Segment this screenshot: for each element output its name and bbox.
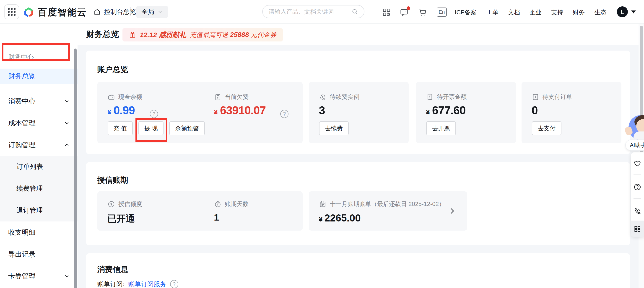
chevron-up-icon [64, 142, 70, 148]
credit-bill-card[interactable]: 十一月账期账单（最后还款日 2025-12-02） ¥ 2265.00 [309, 191, 467, 231]
wallet-icon [108, 93, 115, 101]
page: 百度智能云 控制台总览 全局 [0, 0, 644, 288]
nav-support[interactable]: 支持 [551, 8, 563, 16]
gift-icon [129, 31, 136, 38]
ai-assistant[interactable]: AI助手 [625, 113, 644, 151]
help-button[interactable] [631, 181, 644, 193]
console-overview-link[interactable]: 控制台总览 [94, 7, 136, 16]
language-icon: En [439, 9, 445, 15]
phone-icon [634, 207, 641, 215]
sidebar-scrollbar[interactable] [74, 48, 76, 288]
nav-icp[interactable]: ICP备案 [455, 8, 476, 16]
sidebar-item-consumption-center[interactable]: 消费中心 [0, 90, 78, 112]
search-input[interactable] [268, 8, 351, 15]
sidebar-item-invoice-management[interactable]: 发票管理 [0, 287, 78, 288]
renew-value: 3 [319, 104, 325, 117]
bill-subscribe-link[interactable]: 账单订阅服务 [128, 280, 166, 288]
chevron-right-icon[interactable] [448, 206, 456, 216]
promo-headline: 12.12 感恩献礼 [140, 30, 186, 40]
sidebar-item-income-expense-details[interactable]: 收支明细 [0, 222, 78, 243]
brand-name: 百度智能云 [38, 6, 87, 18]
ai-assistant-label: AI助手 [625, 140, 644, 151]
invoice-amount-card: 待开票金额 ¥ 677.60 去开票 [416, 82, 516, 143]
search-icon[interactable] [351, 8, 358, 15]
sidebar-item-cost-management[interactable]: 成本管理 [0, 112, 78, 134]
baidu-cloud-logo-icon [23, 6, 35, 18]
toolbar-divider [634, 198, 641, 199]
pending-orders-label: 待支付订单 [532, 93, 572, 101]
sidebar-item-renewal-management[interactable]: 续费管理 [0, 178, 78, 200]
nav-tickets[interactable]: 工单 [487, 8, 498, 16]
renew-label: 待续费实例 [319, 93, 360, 101]
toolbar-divider [634, 174, 641, 175]
annotation-box-withdraw [136, 118, 168, 142]
promo-banner[interactable]: 12.12 感恩献礼 充值最高可送 25888 元代金券 [122, 28, 283, 41]
apps-grid-icon [8, 8, 16, 16]
arrears-value: ¥ 63910.07 [214, 104, 266, 117]
invoice-value: ¥ 677.60 [426, 104, 466, 117]
credit-limit-card: 授信额度 已开通 账期天数 1 [98, 191, 302, 231]
renew-cycle-icon [319, 93, 326, 101]
apps-panel-button[interactable] [631, 223, 644, 235]
account-overview-panel: 账户总览 现金余额 ¥ 0.99 ? 充 值 提 现 余额预警 [86, 51, 630, 154]
sidebar: 财务中心 财务总览 消费中心 成本管理 订购管理 订单列表 续费管理 退订管理 … [0, 23, 78, 288]
header-divider [130, 7, 131, 16]
sidebar-item-coupon-management[interactable]: 卡券管理 [0, 265, 78, 287]
scope-selector[interactable]: 全局 [136, 6, 168, 18]
chevron-down-icon [157, 9, 163, 14]
language-button[interactable]: En [437, 7, 447, 17]
bill-calendar-icon [319, 200, 326, 208]
cash-balance-label: 现金余额 [108, 93, 142, 101]
chevron-down-icon [64, 98, 70, 104]
go-invoice-button[interactable]: 去开票 [426, 121, 456, 135]
top-header: 百度智能云 控制台总览 全局 [0, 0, 644, 24]
sidebar-item-order-management[interactable]: 订购管理 [0, 134, 78, 156]
nav-docs[interactable]: 文档 [508, 8, 520, 16]
home-icon [94, 8, 101, 15]
brand-logo[interactable]: 百度智能云 [23, 6, 87, 18]
order-ticket-icon [532, 93, 539, 101]
consumption-title: 消费信息 [97, 264, 128, 275]
header-search [262, 5, 364, 18]
arrears-label: 当前欠费 [214, 93, 248, 101]
arrears-help-icon[interactable]: ? [280, 110, 288, 118]
bill-subscribe-help-icon[interactable]: ? [170, 280, 178, 288]
cash-balance-card: 现金余额 ¥ 0.99 ? 充 值 提 现 余额预警 当前欠费 ¥ 63910.… [98, 82, 302, 143]
credit-limit-label: 授信额度 [108, 200, 142, 208]
renew-instances-card: 待续费实例 3 去续费 [309, 82, 409, 143]
chevron-down-icon [64, 120, 70, 126]
credit-bill-value: ¥ 2265.00 [319, 212, 361, 224]
sidebar-item-finance-overview[interactable]: 财务总览 [0, 69, 78, 84]
contact-phone-button[interactable] [631, 205, 644, 217]
floating-toolbar [631, 152, 644, 237]
favorite-button[interactable] [631, 157, 644, 170]
balance-alert-button[interactable]: 余额预警 [169, 121, 205, 135]
go-pay-button[interactable]: 去支付 [532, 121, 562, 135]
nav-ecosystem[interactable]: 生态 [594, 8, 606, 16]
pending-orders-card: 待支付订单 0 去支付 [522, 82, 622, 143]
sidebar-item-order-list[interactable]: 订单列表 [0, 156, 78, 178]
sidebar-item-unsubscribe-management[interactable]: 退订管理 [0, 200, 78, 222]
notification-badge [406, 6, 410, 10]
account-menu-caret[interactable] [631, 10, 636, 13]
qrcode-button[interactable] [382, 8, 391, 17]
apps-grid-button[interactable] [4, 4, 19, 19]
nav-finance[interactable]: 财务 [573, 8, 585, 16]
period-clock-icon [214, 200, 222, 208]
sidebar-item-export-records[interactable]: 导出记录 [0, 243, 78, 265]
user-avatar[interactable]: L [617, 6, 628, 17]
cart-button[interactable] [418, 8, 427, 17]
credit-days-value: 1 [214, 212, 219, 223]
pending-orders-value: 0 [532, 104, 538, 117]
messages-button[interactable] [400, 8, 409, 17]
credit-limit-value: 已开通 [108, 212, 135, 225]
qrcode-icon [382, 8, 391, 17]
recharge-button[interactable]: 充 值 [108, 121, 133, 135]
cash-help-icon[interactable]: ? [150, 110, 158, 118]
go-renew-button[interactable]: 去续费 [319, 121, 349, 135]
nav-enterprise[interactable]: 企业 [530, 8, 542, 16]
page-title: 财务总览 [86, 29, 119, 40]
bill-subscribe-label: 账单订阅: [97, 280, 124, 288]
promo-text1: 充值最高可送 [190, 30, 228, 39]
grid-icon [634, 225, 641, 233]
